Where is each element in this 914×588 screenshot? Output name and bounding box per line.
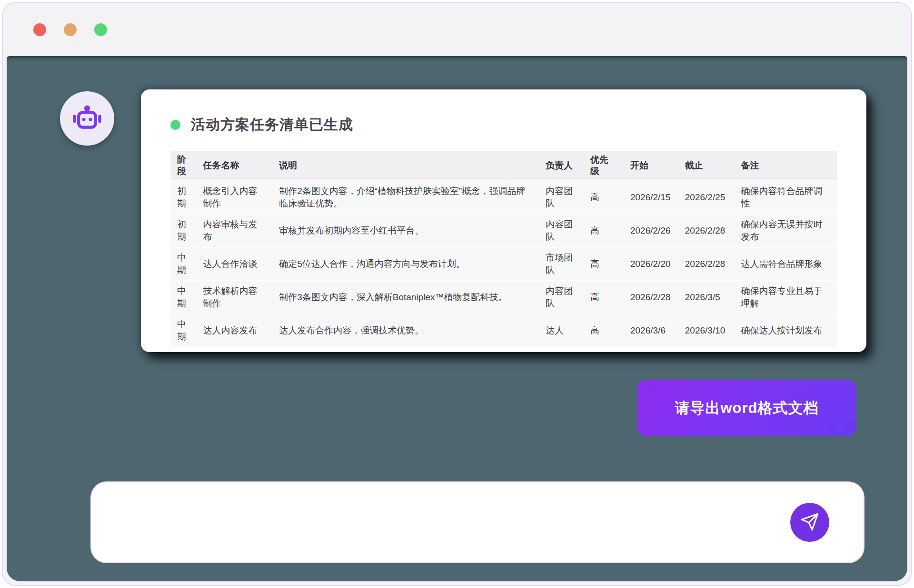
user-message-bubble: 请导出word格式文档 xyxy=(637,380,856,436)
table-row: 中期 达人内容发布 达人发布合作内容，强调技术优势。 达人 高 2026/3/6… xyxy=(170,314,837,347)
assistant-avatar xyxy=(60,91,114,146)
cell-task: 达人合作洽谈 xyxy=(197,247,273,280)
col-header-priority: 优先级 xyxy=(584,151,624,180)
cell-phase: 中期 xyxy=(170,247,197,280)
cell-owner: 市场团队 xyxy=(539,247,584,280)
table-row: 初期 概念引入内容制作 制作2条图文内容，介绍“植物科技护肤实验室”概念，强调品… xyxy=(170,180,837,214)
cell-end: 2026/2/25 xyxy=(678,180,735,214)
cell-desc: 确定5位达人合作，沟通内容方向与发布计划。 xyxy=(272,247,539,280)
cell-priority: 高 xyxy=(584,247,624,280)
send-button[interactable] xyxy=(790,503,829,542)
cell-end: 2026/2/28 xyxy=(678,214,735,247)
paper-plane-icon xyxy=(800,512,819,533)
cell-owner: 内容团队 xyxy=(539,180,584,214)
cell-start: 2026/2/26 xyxy=(624,214,678,247)
col-header-end: 截止 xyxy=(678,151,735,180)
assistant-message-card: 活动方案任务清单已生成 阶段 任务名称 说明 负责人 优先级 开始 截止 xyxy=(141,89,866,352)
col-header-start: 开始 xyxy=(624,151,678,180)
cell-priority: 高 xyxy=(584,314,624,347)
close-window-button[interactable] xyxy=(33,23,46,36)
cell-note: 确保达人按计划发布 xyxy=(734,314,837,347)
minimize-window-button[interactable] xyxy=(64,23,77,36)
cell-note: 达人需符合品牌形象 xyxy=(734,247,837,280)
table-row: 中期 达人合作洽谈 确定5位达人合作，沟通内容方向与发布计划。 市场团队 高 2… xyxy=(170,247,837,280)
card-title: 活动方案任务清单已生成 xyxy=(191,115,353,135)
table-header-row: 阶段 任务名称 说明 负责人 优先级 开始 截止 备注 xyxy=(170,151,837,180)
cell-owner: 达人 xyxy=(539,314,584,347)
col-header-task: 任务名称 xyxy=(197,151,273,180)
cell-priority: 高 xyxy=(584,280,624,314)
status-dot xyxy=(170,120,180,130)
col-header-phase: 阶段 xyxy=(170,151,197,180)
maximize-window-button[interactable] xyxy=(94,23,107,36)
cell-task: 概念引入内容制作 xyxy=(197,180,273,214)
cell-phase: 中期 xyxy=(170,314,197,347)
cell-start: 2026/3/6 xyxy=(624,314,678,347)
message-composer xyxy=(90,481,864,563)
cell-start: 2026/2/15 xyxy=(624,180,678,214)
cell-desc: 制作3条图文内容，深入解析Botaniplex™植物复配科技。 xyxy=(272,280,539,314)
col-header-note: 备注 xyxy=(734,151,837,180)
cell-phase: 中期 xyxy=(170,280,197,314)
user-message-text: 请导出word格式文档 xyxy=(675,398,818,418)
chat-area: 活动方案任务清单已生成 阶段 任务名称 说明 负责人 优先级 开始 截止 xyxy=(7,56,907,581)
cell-owner: 内容团队 xyxy=(539,280,584,314)
window-titlebar xyxy=(3,3,911,56)
app-window: 活动方案任务清单已生成 阶段 任务名称 说明 负责人 优先级 开始 截止 xyxy=(2,2,912,586)
cell-desc: 达人发布合作内容，强调技术优势。 xyxy=(272,314,539,347)
cell-note: 确保内容无误并按时发布 xyxy=(734,214,837,247)
cell-task: 达人内容发布 xyxy=(197,314,273,347)
cell-note: 确保内容符合品牌调性 xyxy=(734,180,837,214)
robot-icon xyxy=(71,102,103,135)
table-row: 中期 技术解析内容制作 制作3条图文内容，深入解析Botaniplex™植物复配… xyxy=(170,280,837,314)
cell-note: 确保内容专业且易于理解 xyxy=(734,280,837,314)
col-header-desc: 说明 xyxy=(272,151,539,180)
cell-phase: 初期 xyxy=(170,214,197,247)
cell-task: 技术解析内容制作 xyxy=(197,280,273,314)
cell-task: 内容审核与发布 xyxy=(197,214,273,247)
cell-owner: 内容团队 xyxy=(539,214,584,247)
cell-end: 2026/3/10 xyxy=(678,314,735,347)
cell-end: 2026/3/5 xyxy=(678,280,735,314)
cell-start: 2026/2/20 xyxy=(624,247,678,280)
cell-desc: 制作2条图文内容，介绍“植物科技护肤实验室”概念，强调品牌临床验证优势。 xyxy=(272,180,539,214)
cell-priority: 高 xyxy=(584,214,624,247)
cell-phase: 初期 xyxy=(170,180,197,214)
card-title-row: 活动方案任务清单已生成 xyxy=(141,89,866,135)
cell-start: 2026/2/28 xyxy=(624,280,678,314)
message-input[interactable] xyxy=(91,482,864,562)
cell-priority: 高 xyxy=(584,180,624,214)
cell-desc: 审核并发布初期内容至小红书平台。 xyxy=(272,214,539,247)
table-row: 初期 内容审核与发布 审核并发布初期内容至小红书平台。 内容团队 高 2026/… xyxy=(170,214,837,247)
cell-end: 2026/2/28 xyxy=(678,247,735,280)
col-header-owner: 负责人 xyxy=(539,151,584,180)
task-table: 阶段 任务名称 说明 负责人 优先级 开始 截止 备注 初期 概念引入内容制作 xyxy=(170,151,837,347)
